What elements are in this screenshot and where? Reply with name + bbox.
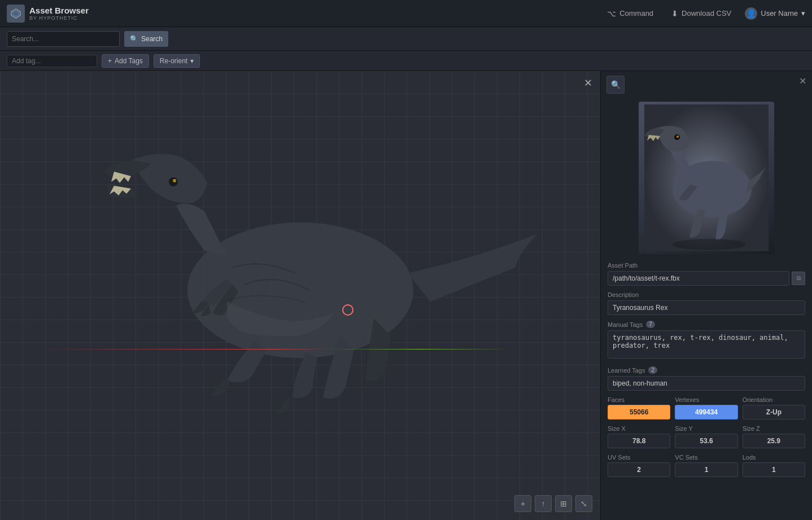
viewport-toolbar: + ↑ ⊞ ⤡ [514,495,592,512]
download-csv-label: Download CSV [682,9,731,18]
size-z-label: Size Z [743,425,805,432]
top-bar: Asset Browser BY HYPOTHETIC ⌥ Command ⬇ … [0,0,812,27]
size-row: Size X Size Y Size Z [608,425,805,448]
svg-point-8 [676,136,679,138]
reorient-label: Re-orient [160,57,187,65]
description-group: Description Tyranosaurus Rex [608,291,805,315]
top-bar-right: ⌥ Command ⬇ Download CSV 👤 User Name ▾ [603,7,805,20]
size-z-value[interactable] [743,434,805,448]
expand-tool-button[interactable]: ⤡ [575,495,592,512]
svg-point-9 [673,239,746,250]
size-z-field: Size Z [743,425,805,448]
command-icon: ⌥ [607,9,616,18]
uv-sets-field: UV Sets [608,454,670,477]
user-area[interactable]: 👤 User Name ▾ [745,7,805,20]
asset-path-group: Asset Path /path/to/asset/t-rex.fbx ⧉ [608,262,805,286]
size-x-field: Size X [608,425,670,448]
search-bar: 🔍 Search [0,27,812,51]
orientation-label: Orientation [743,396,805,403]
thumbnail-trex-svg [644,104,769,251]
search-input-wrap[interactable] [7,31,120,47]
lods-field: Lods [743,454,805,477]
learned-tags-label: Learned Tags 2 [608,366,805,374]
manual-tags-value[interactable] [608,330,805,359]
vertexes-value[interactable] [675,405,737,420]
right-panel: 🔍 ✕ [600,71,812,520]
add-tag-input[interactable] [7,55,97,67]
add-tags-plus-icon: + [108,57,112,65]
size-x-value[interactable] [608,434,670,448]
search-btn-icon: 🔍 [130,35,138,43]
copy-path-button[interactable]: ⧉ [792,272,805,285]
panel-search-icon: 🔍 [611,80,621,89]
download-icon: ⬇ [671,9,678,18]
panel-close-button[interactable]: ✕ [799,76,806,86]
uv-sets-label: UV Sets [608,454,670,461]
faces-label: Faces [608,396,670,403]
svg-marker-1 [13,11,19,16]
size-y-field: Size Y [675,425,737,448]
size-y-label: Size Y [675,425,737,432]
svg-point-4 [173,179,176,182]
user-dropdown-icon: ▾ [801,9,805,18]
manual-tags-badge: 7 [646,321,655,328]
reorient-chevron-icon: ▾ [190,57,194,65]
command-button[interactable]: ⌥ Command [603,7,658,20]
description-label: Description [608,291,805,298]
layers-tool-button[interactable]: ⊞ [555,495,572,512]
vc-sets-field: VC Sets [675,454,737,477]
reorient-button[interactable]: Re-orient ▾ [154,54,200,68]
size-y-value[interactable] [675,434,737,448]
search-btn-label: Search [141,35,163,43]
faces-field: Faces [608,396,670,420]
user-icon: 👤 [745,7,757,20]
trex-model-svg [58,98,543,493]
manual-tags-group: Manual Tags 7 [608,321,805,361]
faces-vertexes-orientation-row: Faces Vertexes Orientation [608,396,805,420]
manual-tags-label: Manual Tags 7 [608,321,805,328]
logo-area: Asset Browser BY HYPOTHETIC [7,5,89,23]
download-csv-button[interactable]: ⬇ Download CSV [667,7,736,20]
viewport-close-button[interactable]: ✕ [584,77,592,89]
add-tool-button[interactable]: + [514,495,531,512]
panel-search-button[interactable]: 🔍 [606,76,625,94]
upload-tool-button[interactable]: ↑ [535,495,552,512]
lods-label: Lods [743,454,805,461]
app-subtitle: BY HYPOTHETIC [29,15,89,21]
app-logo-icon [7,5,25,23]
orientation-value[interactable] [743,405,805,420]
search-input[interactable] [12,35,91,43]
asset-thumbnail [639,102,774,254]
main-content: ✕ + ↑ ⊞ ⤡ 🔍 ✕ [0,71,812,520]
viewport[interactable]: ✕ + ↑ ⊞ ⤡ [0,71,600,520]
uv-vc-lods-row: UV Sets VC Sets Lods [608,454,805,477]
learned-tags-badge: 2 [648,366,657,374]
axis-lines [0,349,600,349]
faces-value[interactable] [608,405,670,420]
command-label: Command [619,9,653,18]
asset-path-row: /path/to/asset/t-rex.fbx ⧉ [608,271,805,286]
logo-text: Asset Browser BY HYPOTHETIC [29,6,89,21]
description-value[interactable]: Tyranosaurus Rex [608,300,805,315]
vc-sets-value[interactable] [675,462,737,477]
vertexes-label: Vertexes [675,396,737,403]
orientation-field: Orientation [743,396,805,420]
uv-sets-value[interactable] [608,462,670,477]
size-x-label: Size X [608,425,670,432]
thumbnail-inner [639,102,774,254]
tag-bar: + Add Tags Re-orient ▾ [0,51,812,71]
learned-tags-group: Learned Tags 2 biped, non-human [608,366,805,391]
asset-path-value: /path/to/asset/t-rex.fbx [608,271,789,286]
user-name: User Name [761,9,798,18]
search-button[interactable]: 🔍 Search [124,31,168,47]
asset-path-label: Asset Path [608,262,805,269]
trex-container [0,71,600,520]
vc-sets-label: VC Sets [675,454,737,461]
learned-tags-value: biped, non-human [608,376,805,391]
add-tags-label: Add Tags [115,57,143,65]
lods-value[interactable] [743,462,805,477]
app-title: Asset Browser [29,6,89,15]
add-tags-button[interactable]: + Add Tags [102,54,149,68]
vertexes-field: Vertexes [675,396,737,420]
